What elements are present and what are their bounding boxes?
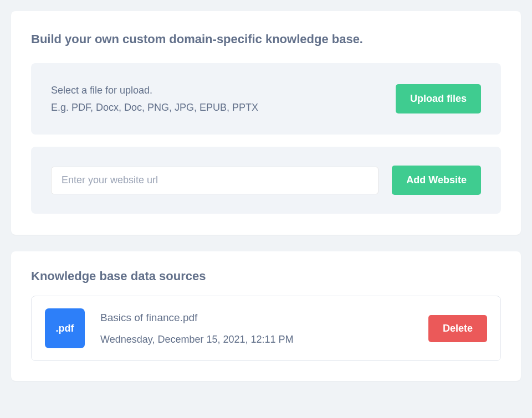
upload-files-button[interactable]: Upload files	[396, 84, 481, 113]
data-source-row: .pdf Basics of finance.pdf Wednesday, De…	[31, 296, 501, 361]
file-type-icon: .pdf	[45, 308, 85, 348]
website-url-input[interactable]	[51, 167, 378, 194]
upload-instructions: Select a file for upload. E.g. PDF, Docx…	[51, 82, 382, 116]
source-meta: Basics of finance.pdf Wednesday, Decembe…	[100, 312, 413, 345]
delete-source-button[interactable]: Delete	[428, 315, 487, 342]
add-website-panel: Add Website	[31, 147, 501, 214]
source-file-name: Basics of finance.pdf	[100, 312, 413, 324]
upload-line-2: E.g. PDF, Docx, Doc, PNG, JPG, EPUB, PPT…	[51, 99, 382, 116]
upload-panel: Select a file for upload. E.g. PDF, Docx…	[31, 63, 501, 135]
data-sources-card: Knowledge base data sources .pdf Basics …	[11, 251, 521, 381]
source-date: Wednesday, December 15, 2021, 12:11 PM	[100, 334, 413, 345]
build-card-title: Build your own custom domain-specific kn…	[31, 32, 501, 47]
add-website-button[interactable]: Add Website	[392, 166, 481, 195]
file-ext-label: .pdf	[56, 323, 74, 334]
sources-title: Knowledge base data sources	[31, 269, 501, 283]
upload-line-1: Select a file for upload.	[51, 82, 382, 99]
build-knowledge-base-card: Build your own custom domain-specific kn…	[11, 11, 521, 235]
